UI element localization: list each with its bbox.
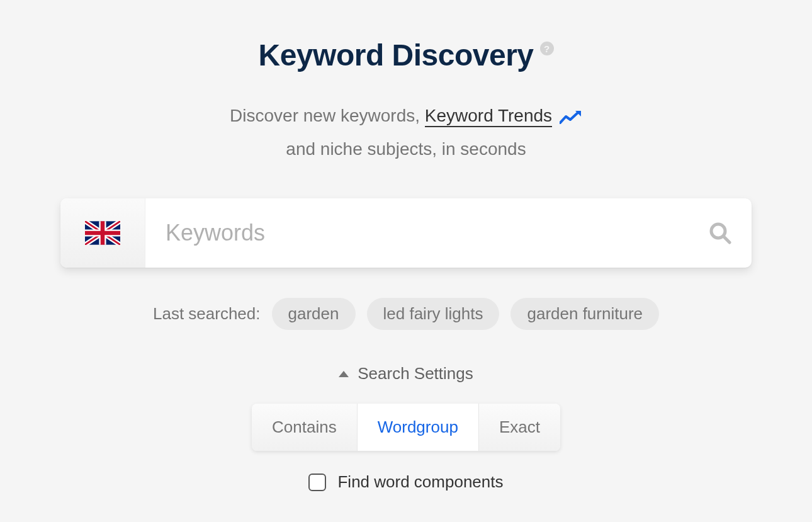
subtitle-part1: Discover new keywords, [230,106,425,125]
tab-exact[interactable]: Exact [479,404,560,451]
find-word-components-row: Find word components [0,472,812,492]
last-searched-chip[interactable]: garden furniture [510,298,659,330]
search-bar [60,198,752,268]
svg-line-3 [724,237,730,242]
tab-wordgroup[interactable]: Wordgroup [358,404,479,451]
caret-up-icon [339,371,349,377]
uk-flag-icon [85,221,120,245]
last-searched-chip[interactable]: garden [272,298,356,330]
country-selector[interactable] [60,198,145,268]
subtitle-part2: and niche subjects, in seconds [286,139,526,159]
search-settings-toggle[interactable]: Search Settings [339,364,473,383]
last-searched-label: Last searched: [153,304,261,324]
search-button[interactable] [689,198,752,268]
help-icon[interactable]: ? [540,42,554,55]
keyword-search-input[interactable] [145,198,689,268]
search-settings-label: Search Settings [358,364,473,383]
tab-contains[interactable]: Contains [252,404,358,451]
match-type-tabs: Contains Wordgroup Exact [252,404,560,451]
last-searched-chip[interactable]: led fairy lights [367,298,500,330]
trend-up-icon [560,110,582,124]
last-searched-row: Last searched: garden led fairy lights g… [0,298,812,330]
find-word-components-label: Find word components [337,472,503,492]
find-word-components-checkbox[interactable] [308,474,326,491]
search-icon [709,222,731,244]
subtitle: Discover new keywords, Keyword Trends an… [0,99,812,166]
keyword-trends-link[interactable]: Keyword Trends [425,106,552,127]
page-title: Keyword Discovery [258,38,533,72]
